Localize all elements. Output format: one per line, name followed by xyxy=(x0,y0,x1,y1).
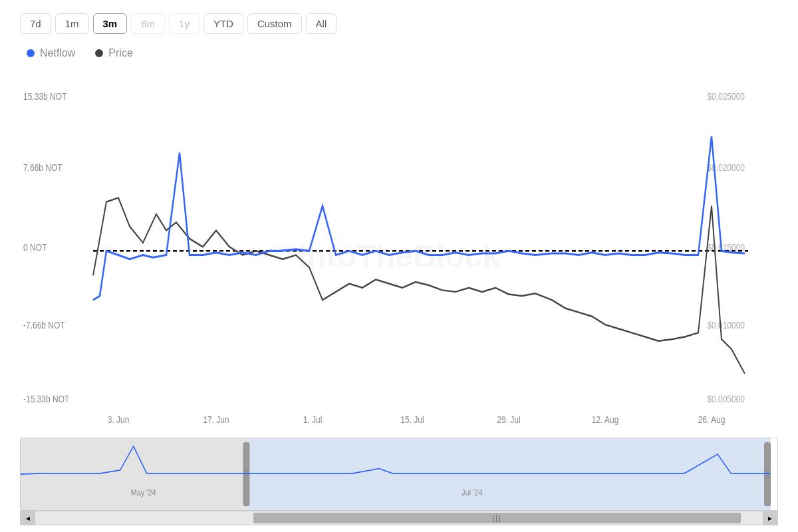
time-btn-3m[interactable]: 3m xyxy=(93,13,128,34)
scrollbar-left-arrow[interactable]: ◄ xyxy=(21,511,35,525)
y-label-mid-left: 0 NOT xyxy=(23,242,47,253)
nav-selected xyxy=(246,438,771,510)
nav-left-unselected xyxy=(21,438,246,510)
chart-legend: Netflow Price xyxy=(20,47,778,59)
x-label-4: 15. Jul xyxy=(400,414,424,425)
scrollbar-thumb[interactable]: ||| xyxy=(253,513,741,523)
scrollbar-track: ||| xyxy=(35,511,763,525)
x-label-2: 17. Jun xyxy=(203,414,229,425)
y-label-2-left: 7.66b NOT xyxy=(23,162,63,173)
y-label-top-right: $0.025000 xyxy=(707,91,745,102)
netflow-line xyxy=(93,136,745,300)
chart-wrapper: IntoTheBlock 15.33b NOT 7.66b NOT 0 NOT … xyxy=(20,79,778,525)
price-dot xyxy=(95,49,103,57)
x-label-6: 12. Aug xyxy=(592,414,619,425)
navigator: || || May '24 Jul '24 xyxy=(20,438,778,511)
nav-label-may: May '24 xyxy=(131,487,156,497)
nav-right-handle-icon: || xyxy=(765,466,769,478)
time-btn-ytd[interactable]: YTD xyxy=(203,13,243,34)
time-btn-1y: 1y xyxy=(169,13,200,34)
y-label-4-right: $0.010000 xyxy=(707,320,745,331)
y-label-4-left: -7.66b NOT xyxy=(23,320,65,331)
legend-netflow: Netflow xyxy=(27,47,75,59)
x-label-3: 1. Jul xyxy=(303,414,323,425)
time-btn-6m: 6m xyxy=(131,13,165,34)
price-line xyxy=(93,198,745,374)
scrollbar: ◄ ||| ► xyxy=(20,511,778,525)
main-container: 7d1m3m6m1yYTDCustomAll Netflow Price Int… xyxy=(0,0,798,532)
nav-label-jul: Jul '24 xyxy=(462,487,483,497)
main-chart-svg: 15.33b NOT 7.66b NOT 0 NOT -7.66b NOT -1… xyxy=(20,79,778,431)
nav-left-handle-icon: || xyxy=(243,466,248,478)
y-label-2-right: $0.020000 xyxy=(707,162,745,173)
legend-price: Price xyxy=(95,47,132,59)
netflow-dot xyxy=(27,49,35,57)
time-btn-1m[interactable]: 1m xyxy=(55,13,89,34)
navigator-svg: || || May '24 Jul '24 xyxy=(21,438,777,510)
legend-price-label: Price xyxy=(108,47,132,59)
time-range-selector: 7d1m3m6m1yYTDCustomAll xyxy=(20,13,778,34)
x-label-1: 3. Jun xyxy=(108,414,130,425)
x-label-5: 29. Jul xyxy=(497,414,520,425)
main-chart: IntoTheBlock 15.33b NOT 7.66b NOT 0 NOT … xyxy=(20,79,778,431)
legend-netflow-label: Netflow xyxy=(40,47,75,59)
scrollbar-right-arrow[interactable]: ► xyxy=(763,511,777,525)
time-btn-all[interactable]: All xyxy=(306,13,337,34)
y-label-top-left: 15.33b NOT xyxy=(23,91,66,102)
x-label-7: 26. Aug xyxy=(698,414,726,425)
y-label-bot-left: -15.33b NOT xyxy=(23,394,69,404)
time-btn-custom[interactable]: Custom xyxy=(247,13,302,34)
y-label-bot-right: $0.005000 xyxy=(707,394,745,404)
time-btn-7d[interactable]: 7d xyxy=(20,13,51,34)
